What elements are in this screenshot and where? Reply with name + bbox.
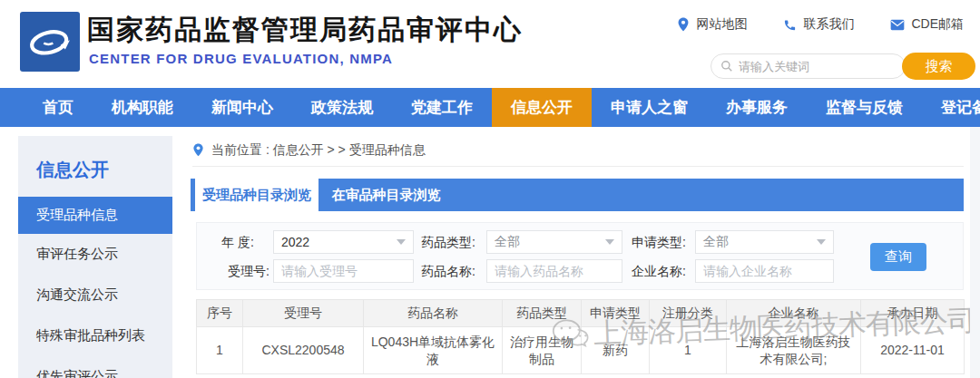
chevron-down-icon bbox=[817, 239, 826, 245]
cell-acceptance-no: CXSL2200548 bbox=[243, 327, 364, 374]
company-name-input[interactable] bbox=[695, 259, 834, 283]
contact-label: 联系我们 bbox=[803, 16, 854, 33]
location-pin-icon bbox=[677, 17, 690, 32]
application-type-select-value: 全部 bbox=[703, 234, 817, 250]
tab-strip: 受理品种目录浏览 在审品种目录浏览 bbox=[191, 179, 964, 211]
acceptance-no-label: 受理号: bbox=[228, 259, 270, 283]
year-label: 年 度: bbox=[221, 230, 254, 254]
sidebar-title: 信息公开 bbox=[18, 136, 172, 197]
sidebar-item-accepted-varieties[interactable]: 受理品种信息 bbox=[18, 197, 172, 234]
envelope-icon bbox=[890, 19, 905, 31]
filter-panel: 年 度: 2022 药品类型: 全部 申请类型: 全部 受理号: 药品名称: 企… bbox=[196, 222, 964, 290]
drug-name-input[interactable] bbox=[486, 259, 622, 283]
page: 国家药品监督管理局药品审评中心 CENTER FOR DRUG EVALUATI… bbox=[0, 0, 980, 378]
breadcrumb-text: 当前位置 : 信息公开 > > 受理品种信息 bbox=[211, 142, 426, 159]
sidebar-item-review-tasks[interactable]: 审评任务公示 bbox=[18, 234, 172, 275]
nav-item-services[interactable]: 办事服务 bbox=[707, 88, 807, 127]
cell-drug-type: 治疗用生物制品 bbox=[503, 327, 582, 374]
search-box[interactable] bbox=[710, 53, 906, 79]
sitemap-label: 网站地图 bbox=[696, 16, 747, 33]
sidebar-item-communication[interactable]: 沟通交流公示 bbox=[18, 275, 172, 315]
nav-item-news[interactable]: 新闻中心 bbox=[192, 88, 292, 127]
site-title: 国家药品监督管理局药品审评中心 bbox=[87, 12, 523, 49]
mailbox-label: CDE邮箱 bbox=[911, 16, 964, 33]
drug-type-select-value: 全部 bbox=[495, 234, 605, 250]
col-application-type: 申请类型 bbox=[582, 300, 650, 327]
nav-item-supervision[interactable]: 监督与反馈 bbox=[807, 88, 922, 127]
sidebar: 信息公开 受理品种信息 审评任务公示 沟通交流公示 特殊审批品种列表 优先审评公… bbox=[18, 136, 172, 378]
search-input[interactable] bbox=[739, 60, 898, 73]
nav-item-registration-platform[interactable]: 登记备案平台 bbox=[922, 88, 980, 127]
sidebar-item-priority-review[interactable]: 优先审评公示 bbox=[18, 356, 172, 378]
results-table: 序号 受理号 药品名称 药品类型 申请类型 注册分类 企业名称 承办日期 1 C… bbox=[196, 299, 965, 374]
company-name-label: 企业名称: bbox=[632, 259, 686, 283]
cell-drug-name: LQ043H单域抗体雾化液 bbox=[364, 327, 503, 374]
col-handle-date: 承办日期 bbox=[861, 300, 965, 327]
table-row[interactable]: 1 CXSL2200548 LQ043H单域抗体雾化液 治疗用生物制品 新药 1… bbox=[197, 327, 965, 374]
tab-accepted-catalog[interactable]: 受理品种目录浏览 bbox=[195, 179, 318, 211]
mailbox-link[interactable]: CDE邮箱 bbox=[890, 16, 964, 33]
site-subtitle: CENTER FOR DRUG EVALUATION, NMPA bbox=[89, 51, 393, 66]
main-content: 当前位置 : 信息公开 > > 受理品种信息 受理品种目录浏览 在审品种目录浏览… bbox=[191, 134, 964, 378]
search-button[interactable]: 搜索 bbox=[902, 53, 975, 80]
cell-index: 1 bbox=[197, 327, 243, 374]
breadcrumb: 当前位置 : 信息公开 > > 受理品种信息 bbox=[192, 134, 964, 167]
search-icon bbox=[720, 60, 733, 73]
nav-item-party[interactable]: 党建工作 bbox=[392, 88, 492, 127]
table-header-row: 序号 受理号 药品名称 药品类型 申请类型 注册分类 企业名称 承办日期 bbox=[197, 300, 965, 327]
main-nav: 首页 机构职能 新闻中心 政策法规 党建工作 信息公开 申请人之窗 办事服务 监… bbox=[0, 88, 980, 127]
year-select-value: 2022 bbox=[281, 235, 397, 249]
drug-name-label: 药品名称: bbox=[421, 259, 475, 283]
location-pin-icon bbox=[192, 143, 204, 157]
header: 国家药品监督管理局药品审评中心 CENTER FOR DRUG EVALUATI… bbox=[0, 0, 980, 88]
sitemap-link[interactable]: 网站地图 bbox=[677, 16, 747, 33]
nav-item-info-disclosure[interactable]: 信息公开 bbox=[492, 88, 592, 127]
drug-type-select[interactable]: 全部 bbox=[486, 230, 622, 254]
cde-logo bbox=[20, 12, 80, 72]
phone-icon bbox=[783, 18, 797, 32]
cell-application-type: 新药 bbox=[582, 327, 650, 374]
col-acceptance-no: 受理号 bbox=[243, 300, 364, 327]
application-type-label: 申请类型: bbox=[632, 230, 686, 254]
cell-handle-date: 2022-11-01 bbox=[861, 327, 965, 374]
cell-registration-class: 1 bbox=[650, 327, 727, 374]
contact-link[interactable]: 联系我们 bbox=[783, 16, 854, 33]
col-registration-class: 注册分类 bbox=[650, 300, 727, 327]
acceptance-no-input[interactable] bbox=[273, 259, 414, 283]
chevron-down-icon bbox=[397, 239, 406, 245]
nav-item-home[interactable]: 首页 bbox=[24, 88, 93, 127]
nav-item-applicant-window[interactable]: 申请人之窗 bbox=[592, 88, 707, 127]
col-drug-name: 药品名称 bbox=[364, 300, 503, 327]
application-type-select[interactable]: 全部 bbox=[695, 230, 834, 254]
cell-company-name: 上海洛启生物医药技术有限公司; bbox=[727, 327, 861, 374]
col-index: 序号 bbox=[197, 300, 243, 327]
query-button[interactable]: 查询 bbox=[870, 243, 926, 271]
col-company-name: 企业名称 bbox=[727, 300, 861, 327]
chevron-down-icon bbox=[605, 239, 614, 245]
sidebar-item-special-approval[interactable]: 特殊审批品种列表 bbox=[18, 315, 172, 356]
scrollbar[interactable] bbox=[970, 127, 980, 378]
drug-type-label: 药品类型: bbox=[421, 230, 475, 254]
year-select[interactable]: 2022 bbox=[273, 230, 414, 254]
site-search: 搜索 bbox=[710, 53, 975, 80]
col-drug-type: 药品类型 bbox=[503, 300, 582, 327]
fish-emblem-icon bbox=[25, 17, 74, 66]
nav-item-policies[interactable]: 政策法规 bbox=[292, 88, 392, 127]
top-links: 网站地图 联系我们 CDE邮箱 bbox=[677, 16, 964, 33]
nav-item-functions[interactable]: 机构职能 bbox=[93, 88, 192, 127]
tab-under-review-catalog[interactable]: 在审品种目录浏览 bbox=[318, 179, 454, 211]
